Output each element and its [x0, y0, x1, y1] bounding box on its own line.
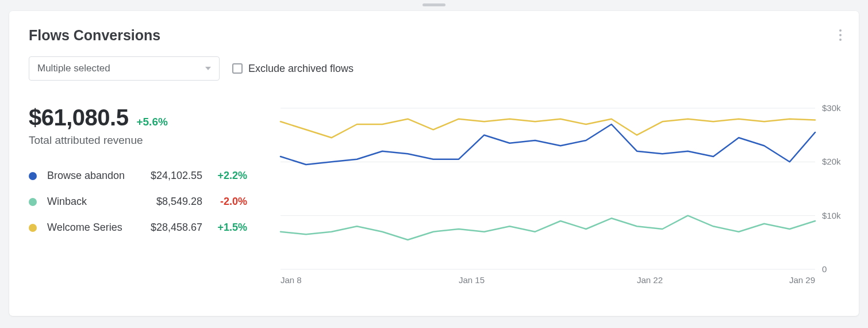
svg-text:Jan 29: Jan 29: [789, 275, 815, 285]
svg-text:0: 0: [822, 264, 827, 274]
filter-row: Multiple selected Exclude archived flows: [29, 56, 839, 81]
card-title: Flows Conversions: [29, 27, 839, 44]
svg-text:Jan 15: Jan 15: [459, 275, 485, 285]
chevron-down-icon: [205, 67, 211, 70]
series-line: [281, 124, 815, 165]
svg-text:Jan 8: Jan 8: [281, 275, 302, 285]
legend-swatch: [29, 198, 37, 206]
flows-conversions-card: Flows Conversions Multiple selected Excl…: [9, 11, 859, 316]
legend: Browse abandon$24,102.55+2.2%Winback$8,5…: [29, 170, 247, 234]
summary-panel: $61,080.5 +5.6% Total attributed revenue…: [29, 105, 247, 289]
legend-value: $24,102.55: [151, 170, 202, 182]
checkbox-icon: [232, 63, 243, 74]
legend-change: +2.2%: [210, 170, 247, 182]
legend-name: Welcome Series: [47, 222, 143, 234]
legend-name: Browse abandon: [47, 170, 143, 182]
flows-select[interactable]: Multiple selected: [29, 56, 220, 81]
legend-change: -2.0%: [210, 196, 247, 208]
exclude-archived-label: Exclude archived flows: [248, 63, 354, 75]
flows-select-label: Multiple selected: [37, 63, 110, 74]
legend-value: $8,549.28: [156, 196, 202, 208]
exclude-archived-checkbox[interactable]: Exclude archived flows: [232, 63, 354, 75]
chart-svg: 0$10k$20k$30kJan 8Jan 15Jan 22Jan 29: [275, 105, 850, 289]
total-revenue-label: Total attributed revenue: [29, 134, 247, 147]
svg-text:Jan 22: Jan 22: [637, 275, 663, 285]
series-line: [281, 216, 815, 240]
legend-swatch: [29, 172, 37, 180]
card-menu-button[interactable]: [837, 27, 844, 43]
legend-change: +1.5%: [210, 222, 247, 234]
total-revenue-change: +5.6%: [136, 116, 167, 128]
svg-text:$20k: $20k: [822, 157, 841, 166]
series-line: [281, 119, 815, 138]
legend-row[interactable]: Welcome Series$28,458.67+1.5%: [29, 222, 247, 234]
svg-text:$30k: $30k: [822, 105, 841, 113]
legend-row[interactable]: Browse abandon$24,102.55+2.2%: [29, 170, 247, 182]
legend-name: Winback: [47, 196, 148, 208]
legend-value: $28,458.67: [151, 222, 202, 234]
total-revenue-value: $61,080.5: [29, 105, 128, 131]
legend-swatch: [29, 224, 37, 232]
legend-row[interactable]: Winback$8,549.28-2.0%: [29, 196, 247, 208]
line-chart: 0$10k$20k$30kJan 8Jan 15Jan 22Jan 29: [275, 105, 850, 289]
svg-text:$10k: $10k: [822, 211, 841, 220]
drag-handle[interactable]: [423, 3, 445, 6]
